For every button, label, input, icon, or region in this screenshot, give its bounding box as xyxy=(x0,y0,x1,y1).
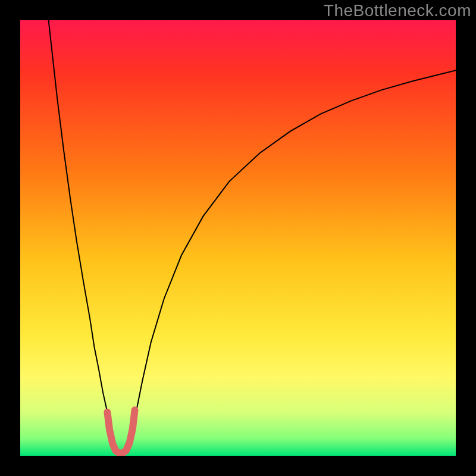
watermark-text: TheBottleneck.com xyxy=(324,1,471,20)
chart-frame: TheBottleneck.com xyxy=(0,0,476,476)
bottleneck-plot xyxy=(20,20,456,456)
plot-background xyxy=(20,20,456,456)
